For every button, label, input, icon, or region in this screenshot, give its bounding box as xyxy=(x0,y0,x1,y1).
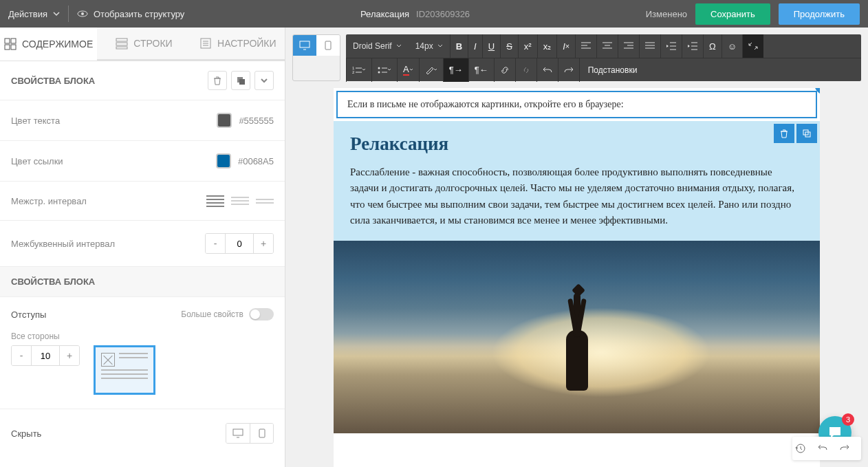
line-height-tight[interactable] xyxy=(206,194,224,208)
preview-desktop-button[interactable] xyxy=(293,35,316,56)
history-button[interactable] xyxy=(795,439,814,457)
hide-device-toggle[interactable] xyxy=(226,423,274,444)
collapse-icon xyxy=(748,41,758,51)
collapse-toolbar-button[interactable] xyxy=(742,34,763,58)
stepper-plus[interactable]: + xyxy=(60,346,79,365)
preview-mobile-button[interactable] xyxy=(316,35,340,56)
content-body[interactable]: Расслабление - важная способность, позво… xyxy=(350,164,803,228)
text-color-control[interactable]: #555555 xyxy=(217,113,274,128)
strike-button[interactable]: S xyxy=(500,34,518,58)
chevron-down-icon xyxy=(53,10,60,17)
line-height-normal[interactable] xyxy=(231,194,249,208)
align-center-button[interactable] xyxy=(596,34,618,58)
letter-spacing-stepper[interactable]: - + xyxy=(205,233,274,254)
svg-point-1 xyxy=(81,12,84,15)
outdent-button[interactable] xyxy=(660,34,682,58)
move-handle[interactable] xyxy=(814,88,820,95)
padding-input[interactable] xyxy=(31,346,60,365)
superscript-button[interactable]: x² xyxy=(518,34,537,58)
unordered-list-button[interactable] xyxy=(371,58,397,82)
italic-button[interactable]: I xyxy=(468,34,482,58)
content-block[interactable]: Релаксация Расслабление - важная способн… xyxy=(334,121,820,241)
stepper-plus[interactable]: + xyxy=(254,234,273,253)
paragraph-rtl-button[interactable]: ¶← xyxy=(468,58,494,82)
rows-icon xyxy=(116,37,128,50)
desktop-icon xyxy=(299,41,310,50)
align-left-button[interactable] xyxy=(575,34,596,58)
content-heading[interactable]: Релаксация xyxy=(350,133,803,155)
undo-button[interactable] xyxy=(536,58,558,82)
doc-title: Релаксация xyxy=(360,9,409,19)
link-color-control[interactable]: #0068A5 xyxy=(216,153,274,169)
padding-preview[interactable] xyxy=(94,345,155,395)
preheader-block[interactable]: Если в письме не отображаются картинки, … xyxy=(336,91,817,118)
align-justify-button[interactable] xyxy=(639,34,660,58)
padding-header-row: Отступы Больше свойств xyxy=(0,296,285,332)
padding-control: - + xyxy=(0,345,285,409)
hero-image[interactable] xyxy=(334,241,820,433)
more-props-label: Больше свойств xyxy=(181,309,243,319)
highlight-button[interactable] xyxy=(419,58,443,82)
emoji-button[interactable]: ☺ xyxy=(721,34,742,58)
save-button[interactable]: Сохранить xyxy=(695,3,770,25)
trash-icon xyxy=(779,129,789,138)
delete-block-button[interactable] xyxy=(208,71,227,90)
link-color-swatch[interactable] xyxy=(216,153,231,169)
block-delete-button[interactable] xyxy=(774,124,794,143)
link-button[interactable] xyxy=(494,58,515,82)
more-props-toggle[interactable] xyxy=(249,308,274,321)
hide-mobile-button[interactable] xyxy=(250,424,273,443)
continue-button[interactable]: Продолжить xyxy=(779,3,860,25)
tab-settings[interactable]: НАСТРОЙКИ xyxy=(191,28,285,61)
outdent-icon xyxy=(666,42,676,50)
redo-button[interactable] xyxy=(558,58,579,82)
font-color-button[interactable]: A xyxy=(397,58,419,82)
redo-icon xyxy=(839,444,850,453)
tab-settings-label: НАСТРОЙКИ xyxy=(217,38,276,49)
font-family-select[interactable]: Droid Serif xyxy=(346,41,409,51)
clear-format-button[interactable]: I× xyxy=(556,34,575,58)
padding-stepper[interactable]: - + xyxy=(11,345,80,366)
hide-desktop-button[interactable] xyxy=(226,424,250,443)
merge-tags-button[interactable]: Подстановки xyxy=(579,58,646,82)
doc-title-area: Релаксация ID203609326 xyxy=(184,9,645,19)
tab-rows[interactable]: СТРОКИ xyxy=(97,28,191,61)
stepper-minus[interactable]: - xyxy=(206,234,225,253)
letter-spacing-input[interactable] xyxy=(225,234,254,253)
link-color-value: #0068A5 xyxy=(238,156,274,166)
font-size-select[interactable]: 14px xyxy=(409,41,450,51)
tab-content[interactable]: СОДЕРЖИМОЕ xyxy=(0,28,97,61)
show-structure-toggle[interactable]: Отобразить структуру xyxy=(77,8,184,19)
unlink-button[interactable] xyxy=(515,58,536,82)
subscript-button[interactable]: x₂ xyxy=(537,34,557,58)
global-redo-button[interactable] xyxy=(839,439,858,457)
divider xyxy=(68,6,69,22)
indent-icon xyxy=(688,42,697,50)
block-properties-header: СВОЙСТВА БЛОКА xyxy=(0,61,285,100)
bold-button[interactable]: B xyxy=(450,34,468,58)
align-justify-icon xyxy=(645,42,655,50)
redo-icon xyxy=(564,66,574,74)
paragraph-ltr-button[interactable]: ¶→ xyxy=(443,58,468,82)
indent-button[interactable] xyxy=(682,34,703,58)
block-duplicate-button[interactable] xyxy=(796,124,817,143)
letter-spacing-label: Межбуквенный интервал xyxy=(11,239,115,249)
email-canvas[interactable]: Если в письме не отображаются картинки, … xyxy=(334,88,820,467)
collapse-block-button[interactable] xyxy=(254,71,274,90)
device-preview-toggle[interactable] xyxy=(292,34,340,81)
padding-label: Отступы xyxy=(11,309,46,320)
align-right-button[interactable] xyxy=(618,34,639,58)
text-color-swatch[interactable] xyxy=(217,113,232,128)
svg-rect-20 xyxy=(325,41,331,50)
stepper-minus[interactable]: - xyxy=(12,346,31,365)
duplicate-block-button[interactable] xyxy=(231,71,250,90)
actions-menu[interactable]: Действия xyxy=(8,9,60,19)
line-height-label: Межстр. интервал xyxy=(11,196,87,206)
preheader-text: Если в письме не отображаются картинки, … xyxy=(347,99,624,109)
ordered-list-button[interactable]: 12 xyxy=(346,58,371,82)
line-height-loose[interactable] xyxy=(256,194,274,208)
underline-button[interactable]: U xyxy=(482,34,500,58)
svg-rect-3 xyxy=(11,39,16,43)
global-undo-button[interactable] xyxy=(817,439,836,457)
special-char-button[interactable]: Ω xyxy=(703,34,721,58)
